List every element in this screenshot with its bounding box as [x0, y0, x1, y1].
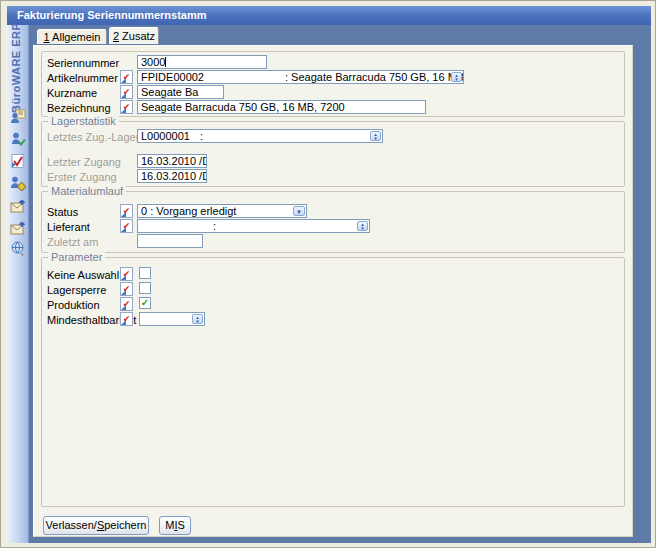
note-red-check-icon[interactable]	[10, 153, 26, 169]
artikelnummer-value: FPIDE00002	[141, 71, 204, 83]
mail-export-icon[interactable]	[10, 220, 26, 236]
red-check-icon: ✔	[123, 72, 131, 82]
red-check-icon: ✔	[123, 269, 131, 279]
text-cursor	[165, 57, 166, 67]
button-text: Verlassen/	[46, 519, 97, 531]
keine-auswahl-label: Keine Auswahl	[47, 269, 119, 282]
lagersperre-label: Lagersperre	[47, 284, 106, 297]
erster-zugang-label: Erster Zugang	[47, 171, 117, 184]
tab-allgemein-label: Allgemein	[50, 31, 101, 43]
verlassen-speichern-button[interactable]: Verlassen/Speichern	[43, 516, 149, 535]
red-check-icon: ✔	[123, 314, 131, 324]
bezeichnung-input[interactable]: Seagate Barracuda 750 GB, 16 MB, 7200	[137, 100, 426, 114]
app-window: Fakturierung Seriennummernstamm BüroWARE…	[0, 0, 656, 548]
user-note-icon[interactable]	[10, 108, 26, 124]
window-titlebar: Fakturierung Seriennummernstamm	[7, 6, 651, 25]
window-title: Fakturierung Seriennummernstamm	[17, 9, 207, 21]
zuletzt-am-input[interactable]	[137, 234, 203, 248]
lieferant-lookup-button[interactable]: ✔	[120, 219, 133, 233]
lagersperre-lookup-button[interactable]: ✔	[120, 282, 133, 296]
red-check-icon: ✔	[123, 102, 131, 112]
mail-export-icon[interactable]	[10, 198, 26, 214]
kurzname-label: Kurzname	[47, 87, 97, 100]
lagerstatistik-caption: Lagerstatistik	[48, 115, 119, 127]
user-check-icon[interactable]	[10, 131, 26, 147]
seriennummer-value: 3000	[141, 56, 165, 68]
erster-zugang-value: 16.03.2010 /Di	[141, 170, 207, 182]
kurzname-lookup-button[interactable]: ✔	[120, 85, 133, 99]
seriennummer-label: Seriennummer	[47, 57, 119, 70]
button-text: peichern	[104, 519, 146, 531]
red-check-icon: ✔	[123, 284, 131, 294]
user-package-icon[interactable]	[10, 175, 26, 191]
mindesthaltbarkeit-spinner[interactable]: ▴▾	[192, 314, 203, 324]
artikelnummer-description: : Seagate Barracuda 750 GB, 16 MB, 7200	[285, 71, 464, 83]
spin-down-icon: ▾	[361, 226, 364, 230]
tab-zusatz-label: Zusatz	[119, 30, 155, 42]
produktion-checkbox[interactable]: ✓	[139, 297, 151, 309]
produktion-label: Produktion	[47, 299, 100, 312]
lieferant-input[interactable]: : ▴▾	[137, 219, 370, 233]
lieferant-spinner[interactable]: ▴▾	[357, 221, 368, 231]
letztes-zug-lager-value: L0000001	[141, 130, 190, 142]
erster-zugang-input[interactable]: 16.03.2010 /Di	[137, 169, 207, 183]
bezeichnung-lookup-button[interactable]: ✔	[120, 100, 133, 114]
bezeichnung-label: Bezeichnung	[47, 102, 111, 115]
letzter-zugang-value: 16.03.2010 /Di	[141, 155, 207, 167]
spin-down-icon: ▾	[374, 136, 377, 140]
mis-button[interactable]: MIS	[159, 516, 191, 535]
artikelnummer-label: Artikelnummer	[47, 72, 118, 85]
bezeichnung-value: Seagate Barracuda 750 GB, 16 MB, 7200	[141, 101, 345, 113]
mindesthaltbarkeit-lookup-button[interactable]: ✔	[120, 312, 133, 326]
red-check-icon: ✔	[123, 87, 131, 97]
seriennummer-input[interactable]: 3000	[137, 55, 267, 69]
letztes-zug-lager-label: Letztes Zug.-Lager	[47, 131, 139, 144]
spin-down-icon: ▾	[196, 319, 199, 323]
lieferant-value: :	[213, 220, 216, 232]
button-text: S	[177, 519, 184, 531]
status-label: Status	[47, 206, 78, 219]
letztes-zug-lager-spinner[interactable]: ▴▾	[370, 131, 381, 141]
artikelnummer-spinner[interactable]: ▴▾	[451, 72, 462, 82]
parameter-caption: Parameter	[48, 251, 105, 263]
artikelnummer-input[interactable]: FPIDE00002 : Seagate Barracuda 750 GB, 1…	[137, 70, 464, 84]
kurzname-input[interactable]: Seagate Ba	[137, 85, 224, 99]
red-check-icon: ✔	[123, 206, 131, 216]
chevron-down-icon: ▼	[296, 209, 302, 215]
kurzname-value: Seagate Ba	[141, 86, 199, 98]
spin-down-icon: ▾	[455, 77, 458, 81]
produktion-lookup-button[interactable]: ✔	[120, 297, 133, 311]
globe-icon[interactable]	[10, 240, 26, 256]
letzter-zugang-label: Letzter Zugang	[47, 156, 121, 169]
lagersperre-checkbox[interactable]	[139, 282, 151, 294]
artikelnummer-lookup-button[interactable]: ✔	[120, 70, 133, 84]
checkbox-state-checked: ✓	[141, 297, 149, 308]
tab-zusatz[interactable]: 2 Zusatz	[109, 27, 159, 44]
status-value: 0 : Vorgang erledigt	[141, 205, 236, 217]
letztes-zug-lager-separator: :	[200, 130, 203, 142]
red-check-icon: ✔	[123, 221, 131, 231]
status-dropdown-button[interactable]: ▼	[293, 206, 305, 216]
button-text: M	[165, 519, 174, 531]
materialumlauf-caption: Materialumlauf	[48, 185, 126, 197]
letztes-zug-lager-input[interactable]: L0000001 : ▴▾	[137, 129, 383, 143]
lieferant-label: Lieferant	[47, 221, 90, 234]
keine-auswahl-checkbox[interactable]	[139, 267, 151, 279]
letzter-zugang-input[interactable]: 16.03.2010 /Di	[137, 154, 207, 168]
brand-vertical-text: BüroWARE ERP	[10, 21, 28, 113]
tab-allgemein[interactable]: 1 Allgemein	[37, 29, 107, 44]
status-lookup-button[interactable]: ✔	[120, 204, 133, 218]
zuletzt-am-label: Zuletzt am	[47, 236, 98, 249]
keine-auswahl-lookup-button[interactable]: ✔	[120, 267, 133, 281]
mindesthaltbarkeit-input[interactable]: ▴▾	[139, 312, 205, 326]
status-dropdown[interactable]: 0 : Vorgang erledigt ▼	[137, 204, 307, 218]
red-check-icon: ✔	[123, 299, 131, 309]
